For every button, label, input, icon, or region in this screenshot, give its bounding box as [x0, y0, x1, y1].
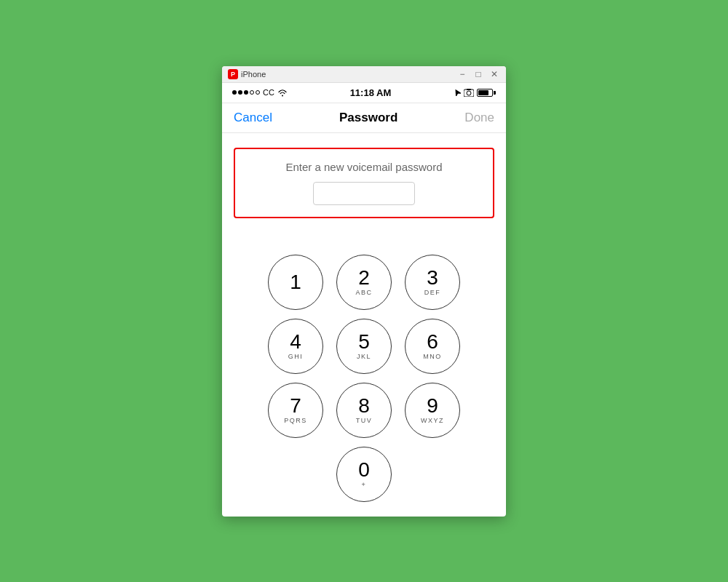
- keypad-row-0: 12ABC3DEF: [268, 255, 460, 310]
- key-number-1: 1: [290, 272, 301, 292]
- password-label: Enter a new voicemail password: [285, 161, 442, 173]
- status-right: [454, 89, 496, 97]
- keypad-row-3: 0+: [336, 447, 392, 502]
- key-letters-2: ABC: [355, 289, 372, 296]
- key-9[interactable]: 9WXYZ: [405, 383, 460, 438]
- password-input[interactable]: [313, 182, 415, 205]
- svg-point-4: [467, 91, 471, 95]
- key-6[interactable]: 6MNO: [405, 319, 460, 374]
- spacer: [222, 233, 506, 255]
- keypad-row-1: 4GHI5JKL6MNO: [268, 319, 460, 374]
- key-8[interactable]: 8TUV: [336, 383, 392, 438]
- svg-marker-2: [454, 89, 461, 96]
- wifi-icon: [277, 89, 288, 97]
- location-icon: [454, 89, 461, 96]
- key-1[interactable]: 1: [268, 255, 323, 310]
- signal-dot-5: [256, 90, 260, 95]
- cancel-button[interactable]: Cancel: [234, 111, 272, 125]
- status-left: CC: [232, 88, 288, 97]
- key-letters-3: DEF: [424, 289, 441, 296]
- key-number-2: 2: [358, 268, 370, 288]
- carrier-label: CC: [263, 88, 274, 97]
- battery-indicator: [477, 89, 496, 97]
- signal-indicator: [232, 90, 260, 95]
- key-3[interactable]: 3DEF: [405, 255, 460, 310]
- phone-window: P iPhone − □ ✕ CC: [222, 66, 506, 517]
- keypad: 12ABC3DEF4GHI5JKL6MNO7PQRS8TUV9WXYZ0+: [222, 255, 506, 517]
- key-letters-5: JKL: [357, 353, 371, 360]
- key-number-8: 8: [358, 396, 370, 416]
- close-button[interactable]: ✕: [488, 69, 500, 79]
- key-letters-7: PQRS: [284, 417, 307, 424]
- photo-icon: [464, 89, 474, 97]
- key-number-7: 7: [290, 396, 301, 416]
- key-2[interactable]: 2ABC: [336, 255, 392, 310]
- nav-title: Password: [339, 111, 397, 125]
- key-7[interactable]: 7PQRS: [268, 383, 323, 438]
- title-bar-controls: − □ ✕: [456, 69, 500, 79]
- keypad-row-2: 7PQRS8TUV9WXYZ: [268, 383, 460, 438]
- signal-dot-1: [232, 90, 237, 95]
- svg-rect-5: [467, 89, 471, 90]
- nav-bar: Cancel Password Done: [222, 103, 506, 133]
- restore-button[interactable]: □: [472, 69, 484, 79]
- key-letters-9: WXYZ: [421, 417, 444, 424]
- app-icon: P: [228, 69, 238, 79]
- key-number-4: 4: [290, 332, 301, 352]
- signal-dot-2: [238, 90, 242, 95]
- signal-dot-3: [244, 90, 248, 95]
- key-number-6: 6: [427, 332, 438, 352]
- key-number-9: 9: [427, 396, 438, 416]
- key-number-3: 3: [427, 268, 438, 288]
- key-letters-6: MNO: [423, 353, 442, 360]
- window-title: iPhone: [241, 70, 266, 79]
- svg-text:P: P: [231, 71, 235, 78]
- title-bar: P iPhone − □ ✕: [222, 66, 506, 83]
- key-number-5: 5: [358, 332, 370, 352]
- key-0[interactable]: 0+: [336, 447, 392, 502]
- signal-dot-4: [250, 90, 254, 95]
- password-box: Enter a new voicemail password: [234, 148, 494, 218]
- key-5[interactable]: 5JKL: [336, 319, 392, 374]
- done-button: Done: [464, 111, 494, 125]
- key-number-0: 0: [358, 460, 370, 480]
- status-bar: CC 11:18 AM: [222, 83, 506, 103]
- key-letters-4: GHI: [288, 353, 304, 360]
- password-section: Enter a new voicemail password: [222, 133, 506, 233]
- minimize-button[interactable]: −: [456, 69, 468, 79]
- title-bar-left: P iPhone: [228, 69, 266, 79]
- key-letters-8: TUV: [356, 417, 373, 424]
- status-time: 11:18 AM: [350, 87, 392, 98]
- key-4[interactable]: 4GHI: [268, 319, 323, 374]
- key-letters-0: +: [362, 481, 367, 488]
